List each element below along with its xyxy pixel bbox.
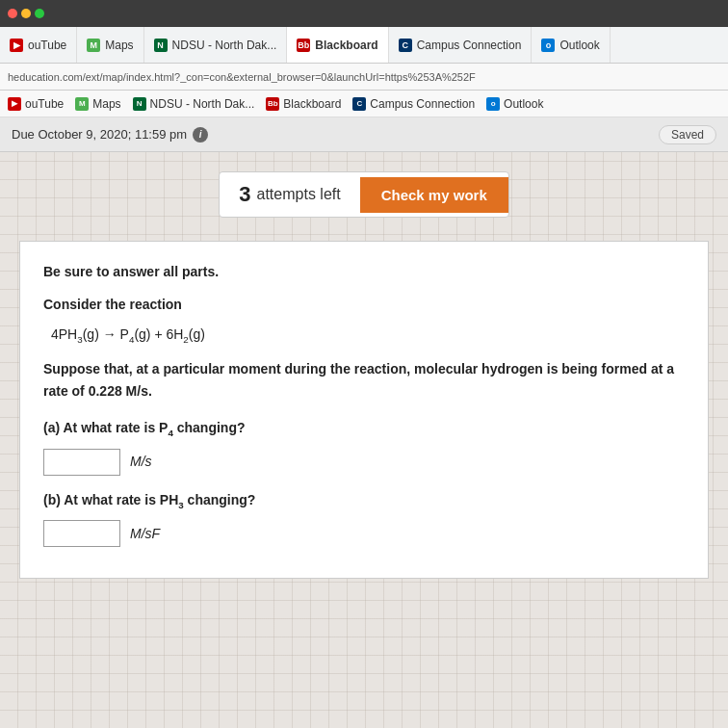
attempts-container: 3 attempts left Check my work [19,171,709,218]
page-header: Due October 9, 2020; 11:59 pm i Saved [0,117,728,152]
bookmark-ndsu-icon: N [133,97,146,111]
tab-campus[interactable]: C Campus Connection [389,27,533,63]
tab-campus-label: Campus Connection [417,39,522,52]
bookmark-campus-icon: C [352,97,366,111]
blackboard-favicon: Bb [297,39,310,52]
bookmark-youtube[interactable]: ▶ ouTube [8,97,64,111]
address-bar[interactable]: heducation.com/ext/map/index.html?_con=c… [0,64,728,91]
bookmark-youtube-icon: ▶ [8,97,21,111]
part-a-section: (a) At what rate is P4 changing? M/s [43,417,685,475]
instruction-text: Be sure to answer all parts. [43,261,685,282]
suppose-text: Suppose that, at a particular moment dur… [43,358,685,402]
tab-youtube-label: ouTube [28,39,66,52]
instruction-section: Be sure to answer all parts. [43,261,685,282]
tab-bar: ▶ ouTube M Maps N NDSU - North Dak... Bb… [0,27,728,64]
campus-favicon: C [399,39,412,52]
address-text: heducation.com/ext/map/index.html?_con=c… [8,71,476,83]
bookmarks-bar: ▶ ouTube M Maps N NDSU - North Dak... Bb… [0,91,728,117]
maximize-dot [35,9,44,18]
outlook-favicon: o [541,39,555,52]
attempts-box: 3 attempts left Check my work [219,171,508,218]
part-a-input[interactable] [43,449,120,476]
part-a-answer-row: M/s [43,449,685,476]
bookmark-maps-icon: M [75,97,89,111]
tab-ndsu[interactable]: N NDSU - North Dak... [144,27,288,63]
part-b-unit: M/sF [130,523,160,544]
browser-chrome [0,0,728,27]
attempts-number: 3 [239,182,250,207]
bookmark-campus-label: Campus Connection [370,97,475,111]
tab-ndsu-label: NDSU - North Dak... [172,39,277,52]
question-content: Be sure to answer all parts. Consider th… [19,241,709,579]
bookmark-ndsu-label: NDSU - North Dak... [150,97,255,111]
tab-maps-label: Maps [105,39,133,52]
youtube-favicon: ▶ [10,39,23,52]
close-dot [8,9,17,18]
part-b-answer-row: M/sF [43,520,685,547]
due-date-section: Due October 9, 2020; 11:59 pm i [12,127,208,143]
tab-blackboard-label: Blackboard [315,39,377,52]
bookmark-outlook[interactable]: o Outlook [486,97,543,111]
tab-blackboard[interactable]: Bb Blackboard [287,27,388,63]
bookmark-youtube-label: ouTube [25,97,64,111]
bookmark-blackboard-icon: Bb [266,97,279,111]
part-a-question: (a) At what rate is P4 changing? [43,417,685,440]
equation-text: 4PH3(g) → P4(g) + 6H2(g) [51,324,685,347]
main-content: 3 attempts left Check my work Be sure to… [0,152,728,728]
context-section: Consider the reaction 4PH3(g) → P4(g) + … [43,294,685,347]
bookmark-maps[interactable]: M Maps [75,97,120,111]
suppose-section: Suppose that, at a particular moment dur… [43,358,685,402]
attempts-left: 3 attempts left [220,172,359,217]
bookmark-ndsu[interactable]: N NDSU - North Dak... [133,97,255,111]
tab-outlook-label: Outlook [559,39,599,52]
part-b-input[interactable] [43,520,120,547]
due-date-text: Due October 9, 2020; 11:59 pm [12,127,187,142]
bookmark-blackboard-label: Blackboard [283,97,341,111]
bookmark-outlook-label: Outlook [504,97,543,111]
check-my-work-button[interactable]: Check my work [360,177,508,213]
ndsu-favicon: N [154,39,168,52]
saved-badge: Saved [659,125,716,144]
part-b-section: (b) At what rate is PH3 changing? M/sF [43,489,685,547]
context-label: Consider the reaction [43,294,685,315]
attempts-label: attempts left [257,186,341,203]
bookmark-campus[interactable]: C Campus Connection [352,97,475,111]
bookmark-outlook-icon: o [486,97,500,111]
bookmark-blackboard[interactable]: Bb Blackboard [266,97,341,111]
info-icon[interactable]: i [193,127,208,143]
part-a-unit: M/s [130,451,152,472]
bookmark-maps-label: Maps [92,97,120,111]
tab-maps[interactable]: M Maps [77,27,143,63]
minimize-dot [21,9,31,18]
tab-outlook[interactable]: o Outlook [532,27,610,63]
part-b-question: (b) At what rate is PH3 changing? [43,489,685,512]
maps-favicon: M [87,39,100,52]
tab-youtube[interactable]: ▶ ouTube [0,27,77,63]
